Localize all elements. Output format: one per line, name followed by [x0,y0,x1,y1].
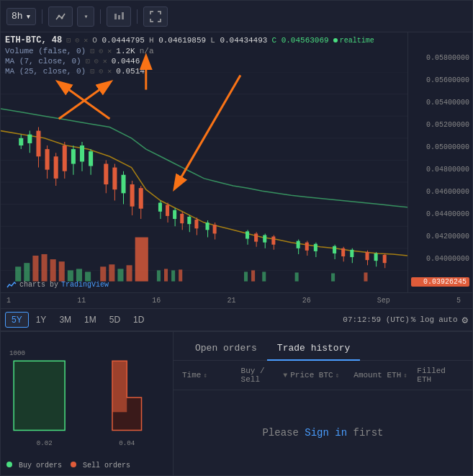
chart-content[interactable]: ETH-BTC, 48 ⊡ ⊙ ✕ O 0.0444795 H 0.046198… [1,32,407,292]
buysell-filter-icon: ▼ [283,372,287,380]
time-sort-icon: ⇕ [203,372,207,380]
ohlc-c: C 0.04563069 [271,36,328,45]
price-0.054: 0.05400000 [411,99,469,107]
svg-rect-63 [245,231,249,238]
svg-rect-47 [158,203,162,212]
svg-rect-43 [130,184,135,207]
price-0.042: 0.04200000 [411,233,469,241]
timeframe-value: 8h [12,11,23,22]
time-label-26: 26 [302,297,311,305]
indicators-button[interactable] [48,6,73,27]
chart-symbol: ETH-BTC, 48 [5,35,62,45]
svg-rect-39 [112,168,117,190]
svg-rect-19 [19,138,23,145]
tradingview-link[interactable]: TradingView [61,281,109,289]
svg-text:0.04: 0.04 [119,439,135,447]
timeframe-bar: 5Y 1Y 3M 1M 5D 1D 07:12:59 (UTC) % log a… [1,308,472,331]
amount-sort-icon: ⇕ [403,372,407,380]
tf-1m[interactable]: 1M [78,313,102,327]
svg-rect-41 [121,175,125,193]
tf-3m[interactable]: 3M [53,313,77,327]
bottom-section: 1000 0.02 0.04 Buy orders [1,331,472,475]
svg-rect-37 [104,164,108,185]
svg-rect-49 [166,205,169,216]
sell-legend-dot [71,462,76,467]
price-sort-icon: ⇕ [335,372,339,380]
time-axis: 1 11 16 21 26 Sep 5 [1,292,472,308]
time-label-11: 11 [77,297,86,305]
chart-toolbar: 8h ▾ ▾ [1,1,472,32]
gear-icon[interactable]: ⚙ [462,314,468,326]
svg-rect-21 [27,135,32,143]
trade-panel: Open orders Trade history Time ⇕ Buy / S… [174,332,472,475]
svg-rect-29 [63,145,67,171]
svg-rect-61 [213,225,217,233]
dropdown-arrow: ▾ [26,11,32,22]
svg-rect-75 [314,244,317,251]
tab-trade-history[interactable]: Trade history [267,337,360,361]
buy-legend: Buy orders [6,462,62,470]
svg-point-3 [58,14,60,17]
please-text: Please [262,427,298,439]
sell-legend: Sell orders [71,462,130,470]
svg-rect-55 [187,217,191,224]
svg-rect-51 [173,210,176,219]
price-0.048: 0.04800000 [411,166,469,174]
mini-chart: 1000 0.02 0.04 Buy orders [1,332,174,475]
log-mode-btn[interactable]: log [420,315,434,324]
zoom-auto-btn[interactable]: auto [438,315,457,324]
col-header-price: Price BTC ⇕ [290,367,351,384]
trade-body-empty: Please Sign in first [174,390,472,475]
tf-5d[interactable]: 5D [104,313,126,327]
ma1-row: MA (7, close, 0) ⊡ ⊙ ✕ 0.0446 [5,57,403,66]
svg-rect-31 [71,149,76,163]
realtime-dot [333,38,338,42]
ma1-controls: ⊡ ⊙ ✕ [86,57,107,66]
indicators-dropdown-button[interactable]: ▾ [77,6,94,27]
price-0.056: 0.05600000 [411,76,469,84]
empty-state-text: Please Sign in first [262,427,383,439]
chart-type-button[interactable] [107,6,131,27]
trade-table-header: Time ⇕ Buy / Sell ▼ Price BTC ⇕ Amount E… [174,361,472,390]
col-header-filled: Filled ETH [417,367,464,384]
toolbar-divider-3 [137,9,138,24]
timeframe-selector[interactable]: 8h ▾ [6,8,36,25]
tf-5y[interactable]: 5Y [5,312,29,328]
price-0.050: 0.05000000 [411,143,469,151]
svg-rect-69 [271,236,275,244]
svg-rect-35 [89,151,93,166]
sign-in-link[interactable]: Sign in [305,427,347,439]
tf-1y[interactable]: 1Y [30,313,53,327]
buy-legend-label: Buy orders [19,462,62,470]
tf-1d[interactable]: 1D [127,313,150,327]
percent-mode-btn[interactable]: % [411,315,416,324]
svg-text:0.02: 0.02 [37,439,53,447]
svg-rect-77 [333,246,336,253]
svg-rect-27 [54,156,58,179]
svg-rect-53 [180,214,184,223]
chart-mode-buttons: % log auto ⚙ [411,314,468,326]
svg-rect-79 [341,248,345,256]
tradingview-prefix: charts by [19,281,58,289]
fullscreen-button[interactable] [143,6,168,27]
depth-chart-svg: 1000 0.02 0.04 [6,338,167,457]
price-axis: 0.05800000 0.05600000 0.05400000 0.05200… [407,32,472,292]
tab-open-orders[interactable]: Open orders [185,337,267,361]
svg-rect-85 [374,253,378,261]
ohlc-controls: ⊡ ⊙ ✕ [66,36,88,45]
tradingview-logo-icon [6,281,17,288]
candlestick-chart [1,72,407,292]
svg-rect-7 [122,12,124,19]
volume-row: Volume (false, 0) ⊡ ⊙ ✕ 1.2K n/a [5,47,403,55]
time-label-5: 5 [456,297,461,305]
svg-rect-73 [305,243,309,251]
dropdown-arrow-2: ▾ [84,12,88,21]
svg-rect-6 [118,15,120,19]
vol-val2: n/a [140,47,154,55]
volume-label: Volume (false, 0) [5,47,86,55]
price-0.052: 0.05200000 [411,121,469,129]
svg-rect-83 [365,252,369,260]
ohlc-l: L 0.04434493 [210,36,267,45]
trade-tabs: Open orders Trade history [174,332,472,361]
svg-rect-45 [139,188,143,209]
